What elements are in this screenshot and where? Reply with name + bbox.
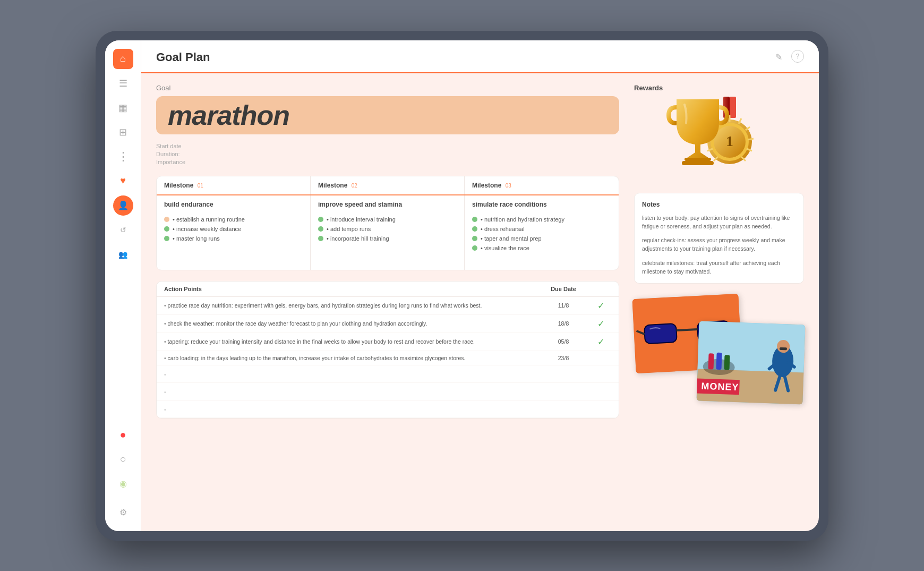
task-text: • incorporate hill training	[327, 235, 389, 242]
action-text-1: practice race day nutrition: experiment …	[164, 302, 537, 309]
milestone-task: • increase weekly distance	[164, 224, 303, 234]
help-icon[interactable]: ?	[791, 50, 804, 63]
milestone-task: • taper and mental prep	[472, 234, 611, 243]
dot-green	[318, 226, 323, 232]
milestone-task: • establish a running routine	[164, 215, 303, 224]
dot-green	[164, 226, 169, 232]
milestone-col-1: build endurance • establish a running ro…	[157, 195, 311, 270]
sidebar-icon-heart[interactable]: ♥	[113, 171, 133, 191]
goal-title-box: marathon	[156, 96, 619, 134]
runner-svg: MONEY	[696, 321, 805, 405]
action-points-label: Action Points	[164, 286, 537, 292]
action-empty-row: •	[157, 400, 619, 418]
action-date-1: 11/8	[537, 302, 590, 309]
action-text-4: carb loading: in the days leading up to …	[164, 355, 537, 361]
action-row: tapering: reduce your training intensity…	[157, 333, 619, 351]
milestones-body: build endurance • establish a running ro…	[157, 195, 619, 270]
sidebar-icon-person[interactable]: 👤	[113, 195, 133, 216]
sidebar-icon-list[interactable]: ☰	[113, 73, 133, 93]
action-row: practice race day nutrition: experiment …	[157, 297, 619, 315]
milestone-2-main: improve speed and stamina	[318, 201, 457, 210]
sidebar: ⌂ ☰ ▦ ⊞ ⋮ ♥ 👤 ↺ 👥 ● ○ ◉ ⚙	[105, 40, 141, 531]
action-date-2: 18/8	[537, 320, 590, 327]
dot-green	[472, 236, 477, 241]
images-area: MONEY	[634, 296, 804, 403]
header: Goal Plan ✎ ?	[141, 40, 819, 73]
goal-title: marathon	[168, 100, 289, 131]
sidebar-icon-history[interactable]: ↺	[113, 220, 133, 240]
task-text: • add tempo runs	[327, 226, 371, 232]
task-text: • establish a running routine	[173, 216, 245, 223]
left-panel: Goal marathon Start date Duration: Impor…	[156, 84, 619, 521]
action-date-3: 05/8	[537, 338, 590, 345]
action-text-2: check the weather: monitor the race day …	[164, 320, 537, 327]
action-empty-row: •	[157, 383, 619, 400]
sidebar-icon-circle[interactable]: ○	[113, 449, 133, 470]
edit-icon[interactable]: ✎	[771, 50, 786, 65]
goal-start-date: Start date	[156, 143, 619, 149]
svg-rect-17	[685, 158, 711, 161]
svg-line-9	[748, 139, 754, 140]
milestone-task: • incorporate hill training	[318, 234, 457, 243]
dot-green	[472, 217, 477, 222]
milestone-1-main: build endurance	[164, 201, 303, 210]
right-panel: Rewards	[634, 84, 804, 521]
action-check-2: ✓	[590, 319, 611, 329]
dot-green	[318, 236, 323, 241]
page-title: Goal Plan	[156, 50, 210, 64]
device-frame: ⌂ ☰ ▦ ⊞ ⋮ ♥ 👤 ↺ 👥 ● ○ ◉ ⚙ Goal Plan ✎	[96, 31, 828, 541]
action-points-section: Action Points Due Date practice race day…	[156, 281, 619, 419]
task-text: • taper and mental prep	[481, 235, 542, 242]
main-panel: Goal Plan ✎ ? Goal marathon	[141, 40, 819, 531]
svg-rect-31	[724, 355, 730, 370]
task-text: • master long runs	[173, 235, 220, 242]
header-actions: ✎ ?	[771, 50, 804, 65]
header-top: Goal Plan ✎ ?	[156, 50, 804, 72]
milestone-task: • master long runs	[164, 234, 303, 243]
dot-orange	[164, 217, 169, 222]
milestone-col-3: simulate race conditions • nutrition and…	[465, 195, 619, 270]
milestone-3-main: simulate race conditions	[472, 201, 611, 210]
milestone-header-1: Milestone 01	[157, 176, 311, 194]
note-para-1: listen to your body: pay attention to si…	[642, 214, 796, 231]
svg-line-22	[677, 329, 698, 330]
milestone-task: • visualize the race	[472, 243, 611, 253]
sidebar-icon-home[interactable]: ⌂	[113, 49, 133, 69]
trophy-area: 1	[634, 94, 804, 184]
svg-text:MONEY: MONEY	[701, 381, 739, 393]
sidebar-icon-tree[interactable]: ⋮	[113, 147, 133, 167]
notes-section: Notes listen to your body: pay attention…	[634, 193, 804, 284]
milestone-task: • nutrition and hydration strategy	[472, 215, 611, 224]
milestone-header-2: Milestone 02	[311, 176, 465, 194]
dot-green	[164, 236, 169, 241]
task-text: • increase weekly distance	[173, 226, 241, 232]
svg-rect-30	[716, 353, 722, 370]
sidebar-icon-table[interactable]: ⊞	[113, 122, 133, 142]
milestone-col-2: improve speed and stamina • introduce in…	[311, 195, 465, 270]
sidebar-icon-settings[interactable]: ⚙	[113, 502, 133, 523]
note-para-2: regular check-ins: assess your progress …	[642, 236, 796, 253]
dot-green	[472, 226, 477, 232]
action-date-4: 23/8	[537, 355, 590, 361]
milestones-table: Milestone 01 Milestone 02 Milestone 03	[156, 176, 619, 270]
goal-duration: Duration:	[156, 151, 619, 157]
sidebar-icon-grid[interactable]: ▦	[113, 98, 133, 118]
milestone-header-3: Milestone 03	[465, 176, 619, 194]
task-text: • dress rehearsal	[481, 226, 525, 232]
action-row: carb loading: in the days leading up to …	[157, 351, 619, 365]
action-header: Action Points Due Date	[157, 282, 619, 297]
sidebar-icon-leaf[interactable]: ◉	[113, 474, 133, 494]
notes-label: Notes	[642, 201, 796, 208]
sidebar-icon-group[interactable]: 👥	[113, 244, 133, 265]
milestone-task: • introduce interval training	[318, 215, 457, 224]
note-para-3: celebrate milestones: treat yourself aft…	[642, 259, 796, 276]
goal-label: Goal	[156, 84, 619, 92]
goal-importance: Importance	[156, 159, 619, 165]
app-container: ⌂ ☰ ▦ ⊞ ⋮ ♥ 👤 ↺ 👥 ● ○ ◉ ⚙ Goal Plan ✎	[105, 40, 819, 531]
svg-rect-29	[708, 353, 714, 369]
svg-rect-20	[644, 323, 677, 344]
task-text: • visualize the race	[481, 245, 529, 251]
milestones-header: Milestone 01 Milestone 02 Milestone 03	[157, 176, 619, 195]
sidebar-icon-record[interactable]: ●	[113, 425, 133, 445]
rewards-label: Rewards	[634, 84, 663, 92]
